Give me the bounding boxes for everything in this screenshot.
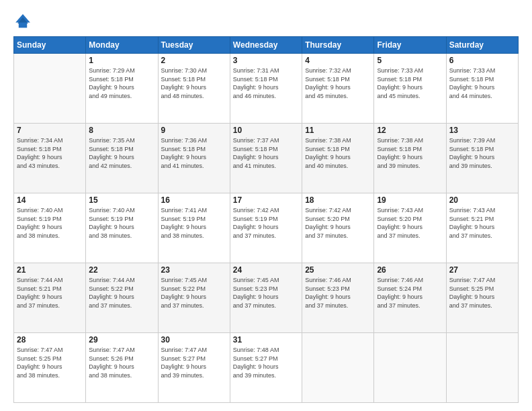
weekday-header-sunday: Sunday (14, 37, 86, 54)
calendar-cell (374, 333, 446, 403)
week-row-1: 7Sunrise: 7:34 AM Sunset: 5:18 PM Daylig… (14, 124, 519, 193)
calendar-cell: 28Sunrise: 7:47 AM Sunset: 5:25 PM Dayli… (14, 333, 86, 403)
calendar-cell: 2Sunrise: 7:30 AM Sunset: 5:18 PM Daylig… (158, 54, 230, 124)
day-number: 1 (89, 56, 154, 65)
day-info: Sunrise: 7:47 AM Sunset: 5:25 PM Dayligh… (449, 276, 515, 310)
day-number: 2 (161, 56, 227, 65)
day-info: Sunrise: 7:35 AM Sunset: 5:18 PM Dayligh… (89, 136, 154, 170)
day-number: 3 (233, 56, 299, 65)
day-number: 22 (89, 265, 154, 275)
calendar-cell: 18Sunrise: 7:42 AM Sunset: 5:20 PM Dayli… (302, 193, 374, 263)
header (13, 12, 519, 31)
calendar-table: SundayMondayTuesdayWednesdayThursdayFrid… (13, 36, 519, 403)
calendar-cell: 15Sunrise: 7:40 AM Sunset: 5:19 PM Dayli… (86, 193, 158, 263)
calendar-cell: 6Sunrise: 7:33 AM Sunset: 5:18 PM Daylig… (446, 54, 518, 124)
day-info: Sunrise: 7:40 AM Sunset: 5:19 PM Dayligh… (89, 206, 154, 240)
calendar-cell: 26Sunrise: 7:46 AM Sunset: 5:24 PM Dayli… (374, 263, 446, 333)
week-row-0: 1Sunrise: 7:29 AM Sunset: 5:18 PM Daylig… (14, 54, 519, 124)
day-info: Sunrise: 7:38 AM Sunset: 5:18 PM Dayligh… (305, 136, 371, 170)
weekday-header-monday: Monday (86, 37, 158, 54)
day-info: Sunrise: 7:46 AM Sunset: 5:24 PM Dayligh… (377, 276, 443, 310)
day-info: Sunrise: 7:43 AM Sunset: 5:20 PM Dayligh… (377, 206, 443, 240)
day-number: 11 (305, 126, 371, 135)
calendar-cell: 3Sunrise: 7:31 AM Sunset: 5:18 PM Daylig… (230, 54, 302, 124)
day-number: 5 (377, 56, 443, 65)
calendar-cell: 14Sunrise: 7:40 AM Sunset: 5:19 PM Dayli… (14, 193, 86, 263)
day-number: 10 (233, 126, 299, 135)
calendar-cell: 1Sunrise: 7:29 AM Sunset: 5:18 PM Daylig… (86, 54, 158, 124)
calendar-cell: 19Sunrise: 7:43 AM Sunset: 5:20 PM Dayli… (374, 193, 446, 263)
weekday-header-tuesday: Tuesday (158, 37, 230, 54)
day-number: 28 (17, 335, 83, 345)
calendar-cell: 17Sunrise: 7:42 AM Sunset: 5:19 PM Dayli… (230, 193, 302, 263)
day-info: Sunrise: 7:46 AM Sunset: 5:23 PM Dayligh… (305, 276, 371, 310)
day-info: Sunrise: 7:42 AM Sunset: 5:20 PM Dayligh… (305, 206, 371, 240)
day-info: Sunrise: 7:44 AM Sunset: 5:22 PM Dayligh… (89, 276, 154, 310)
weekday-header-thursday: Thursday (302, 37, 374, 54)
day-number: 6 (449, 56, 515, 65)
calendar-cell: 29Sunrise: 7:47 AM Sunset: 5:26 PM Dayli… (86, 333, 158, 403)
calendar-cell: 4Sunrise: 7:32 AM Sunset: 5:18 PM Daylig… (302, 54, 374, 124)
calendar-cell: 24Sunrise: 7:45 AM Sunset: 5:23 PM Dayli… (230, 263, 302, 333)
day-info: Sunrise: 7:30 AM Sunset: 5:18 PM Dayligh… (161, 66, 227, 100)
day-number: 17 (233, 195, 299, 205)
day-info: Sunrise: 7:33 AM Sunset: 5:18 PM Dayligh… (449, 66, 515, 100)
day-number: 12 (377, 126, 443, 135)
day-info: Sunrise: 7:48 AM Sunset: 5:27 PM Dayligh… (233, 346, 299, 379)
calendar-cell (14, 54, 86, 124)
calendar-cell: 25Sunrise: 7:46 AM Sunset: 5:23 PM Dayli… (302, 263, 374, 333)
calendar-cell: 31Sunrise: 7:48 AM Sunset: 5:27 PM Dayli… (230, 333, 302, 403)
svg-rect-2 (19, 23, 27, 28)
calendar-cell: 20Sunrise: 7:43 AM Sunset: 5:21 PM Dayli… (446, 193, 518, 263)
day-info: Sunrise: 7:47 AM Sunset: 5:26 PM Dayligh… (89, 346, 154, 379)
calendar-cell: 12Sunrise: 7:38 AM Sunset: 5:18 PM Dayli… (374, 124, 446, 193)
calendar-cell: 13Sunrise: 7:39 AM Sunset: 5:18 PM Dayli… (446, 124, 518, 193)
calendar-cell (446, 333, 518, 403)
calendar-cell: 10Sunrise: 7:37 AM Sunset: 5:18 PM Dayli… (230, 124, 302, 193)
calendar-cell: 9Sunrise: 7:36 AM Sunset: 5:18 PM Daylig… (158, 124, 230, 193)
day-info: Sunrise: 7:33 AM Sunset: 5:18 PM Dayligh… (377, 66, 443, 100)
calendar-cell: 5Sunrise: 7:33 AM Sunset: 5:18 PM Daylig… (374, 54, 446, 124)
day-number: 21 (17, 265, 83, 275)
weekday-header-wednesday: Wednesday (230, 37, 302, 54)
day-number: 7 (17, 126, 83, 135)
day-info: Sunrise: 7:34 AM Sunset: 5:18 PM Dayligh… (17, 136, 83, 170)
week-row-4: 28Sunrise: 7:47 AM Sunset: 5:25 PM Dayli… (14, 333, 519, 403)
weekday-header-saturday: Saturday (446, 37, 518, 54)
day-number: 4 (305, 56, 371, 65)
day-info: Sunrise: 7:47 AM Sunset: 5:25 PM Dayligh… (17, 346, 83, 379)
day-number: 19 (377, 195, 443, 205)
calendar-cell: 23Sunrise: 7:45 AM Sunset: 5:22 PM Dayli… (158, 263, 230, 333)
day-info: Sunrise: 7:36 AM Sunset: 5:18 PM Dayligh… (161, 136, 227, 170)
day-number: 15 (89, 195, 154, 205)
day-number: 26 (377, 265, 443, 275)
day-info: Sunrise: 7:39 AM Sunset: 5:18 PM Dayligh… (449, 136, 515, 170)
day-number: 29 (89, 335, 154, 345)
day-number: 9 (161, 126, 227, 135)
day-info: Sunrise: 7:32 AM Sunset: 5:18 PM Dayligh… (305, 66, 371, 100)
day-number: 20 (449, 195, 515, 205)
day-info: Sunrise: 7:37 AM Sunset: 5:18 PM Dayligh… (233, 136, 299, 170)
day-info: Sunrise: 7:45 AM Sunset: 5:23 PM Dayligh… (233, 276, 299, 310)
day-number: 14 (17, 195, 83, 205)
day-number: 31 (233, 335, 299, 345)
day-info: Sunrise: 7:40 AM Sunset: 5:19 PM Dayligh… (17, 206, 83, 240)
day-info: Sunrise: 7:29 AM Sunset: 5:18 PM Dayligh… (89, 66, 154, 100)
week-row-2: 14Sunrise: 7:40 AM Sunset: 5:19 PM Dayli… (14, 193, 519, 263)
day-number: 25 (305, 265, 371, 275)
calendar-cell: 21Sunrise: 7:44 AM Sunset: 5:21 PM Dayli… (14, 263, 86, 333)
day-info: Sunrise: 7:42 AM Sunset: 5:19 PM Dayligh… (233, 206, 299, 240)
day-number: 16 (161, 195, 227, 205)
day-number: 23 (161, 265, 227, 275)
day-number: 27 (449, 265, 515, 275)
calendar-cell: 11Sunrise: 7:38 AM Sunset: 5:18 PM Dayli… (302, 124, 374, 193)
calendar-cell: 27Sunrise: 7:47 AM Sunset: 5:25 PM Dayli… (446, 263, 518, 333)
day-number: 30 (161, 335, 227, 345)
day-number: 8 (89, 126, 154, 135)
calendar-cell: 30Sunrise: 7:47 AM Sunset: 5:27 PM Dayli… (158, 333, 230, 403)
logo (13, 12, 35, 31)
calendar-cell (302, 333, 374, 403)
calendar-cell: 8Sunrise: 7:35 AM Sunset: 5:18 PM Daylig… (86, 124, 158, 193)
day-number: 18 (305, 195, 371, 205)
day-info: Sunrise: 7:43 AM Sunset: 5:21 PM Dayligh… (449, 206, 515, 240)
